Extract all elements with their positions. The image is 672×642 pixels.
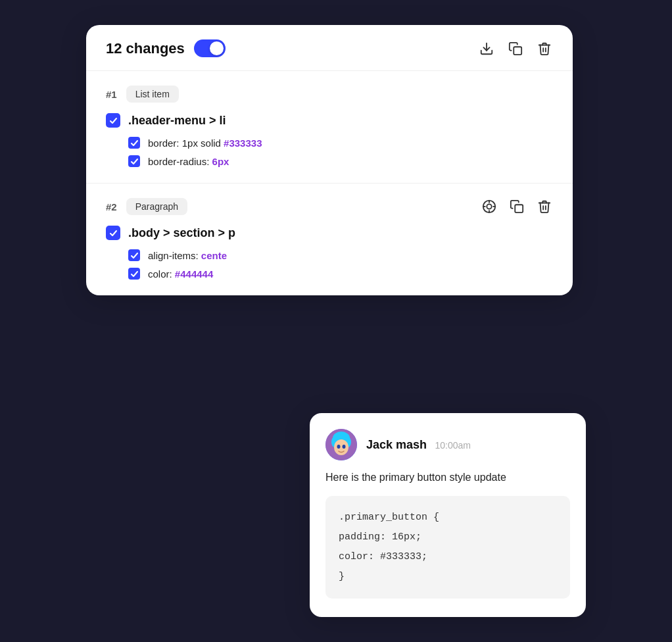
change-2-selector: .body > section > p	[128, 226, 235, 240]
change-1-number: #1	[106, 89, 117, 100]
change-1-selector: .header-menu > li	[128, 114, 226, 128]
property-4-checkbox[interactable]	[128, 268, 140, 280]
change-1-tag: List item	[126, 86, 179, 103]
change-2-section: #2 Paragraph	[86, 184, 573, 295]
property-4-value: #444444	[175, 268, 213, 280]
chat-time: 10:00am	[435, 440, 471, 451]
changes-toggle[interactable]	[194, 39, 226, 57]
code-line-2: padding: 16px;	[339, 528, 557, 547]
change-2-header-row: #2 Paragraph	[106, 198, 553, 215]
chat-header: Jack mash 10:00am	[325, 429, 570, 460]
property-row: color: #444444	[128, 268, 553, 280]
chat-message-text: Here is the primary button style update	[325, 470, 570, 485]
property-row: border: 1px solid #333333	[128, 137, 553, 149]
change-2-selector-row: .body > section > p	[106, 226, 553, 240]
property-row: border-radius: 6px	[128, 155, 553, 167]
chat-user-info: Jack mash 10:00am	[366, 438, 471, 452]
panel-header: 12 changes	[86, 25, 573, 71]
property-1-checkbox[interactable]	[128, 137, 140, 149]
property-2-value: 6px	[212, 156, 229, 167]
code-line-1: .primary_button {	[339, 508, 557, 528]
changes-count: 12 changes	[106, 40, 185, 57]
property-4-text: color: #444444	[148, 268, 213, 280]
svg-point-3	[487, 204, 491, 209]
change-1-header-row: #1 List item	[106, 86, 553, 103]
code-block: .primary_button { padding: 16px; color: …	[325, 496, 570, 599]
delete-2-button[interactable]	[536, 198, 553, 215]
svg-point-14	[337, 445, 341, 449]
chat-popup: Jack mash 10:00am Here is the primary bu…	[310, 413, 586, 617]
change-1-section: #1 List item .header-menu > li	[86, 71, 573, 184]
property-3-text: align-items: cente	[148, 250, 227, 261]
property-2-text: border-radius: 6px	[148, 156, 229, 167]
change-2-checkbox[interactable]	[106, 226, 120, 240]
delete-button[interactable]	[536, 40, 553, 57]
copy-2-button[interactable]	[508, 198, 525, 215]
user-avatar	[325, 429, 357, 460]
changes-label: 12 changes	[106, 39, 226, 57]
main-panel: 12 changes	[86, 25, 573, 295]
target-button[interactable]	[481, 198, 498, 215]
property-row: align-items: cente	[128, 249, 553, 261]
property-3-value: cente	[201, 250, 227, 261]
header-icons	[478, 40, 553, 57]
copy-button[interactable]	[507, 40, 524, 57]
svg-point-13	[334, 439, 348, 455]
change-1-checkbox[interactable]	[106, 113, 120, 128]
svg-point-15	[343, 445, 346, 449]
code-line-4: }	[339, 567, 557, 587]
avatar-svg	[325, 429, 357, 460]
svg-rect-8	[515, 205, 523, 212]
property-3-checkbox[interactable]	[128, 249, 140, 261]
property-1-value: #333333	[224, 137, 262, 149]
code-line-3: color: #333333;	[339, 547, 557, 567]
change-2-number: #2	[106, 201, 117, 212]
change-1-selector-row: .header-menu > li	[106, 113, 553, 128]
change-2-tag: Paragraph	[126, 198, 187, 215]
property-1-text: border: 1px solid #333333	[148, 137, 262, 149]
chat-username: Jack mash	[366, 438, 427, 451]
change-2-properties: align-items: cente color: #444444	[128, 249, 553, 280]
svg-rect-1	[514, 47, 521, 55]
download-button[interactable]	[478, 40, 495, 57]
property-2-checkbox[interactable]	[128, 155, 140, 167]
change-1-properties: border: 1px solid #333333 border-radius:…	[128, 137, 553, 167]
